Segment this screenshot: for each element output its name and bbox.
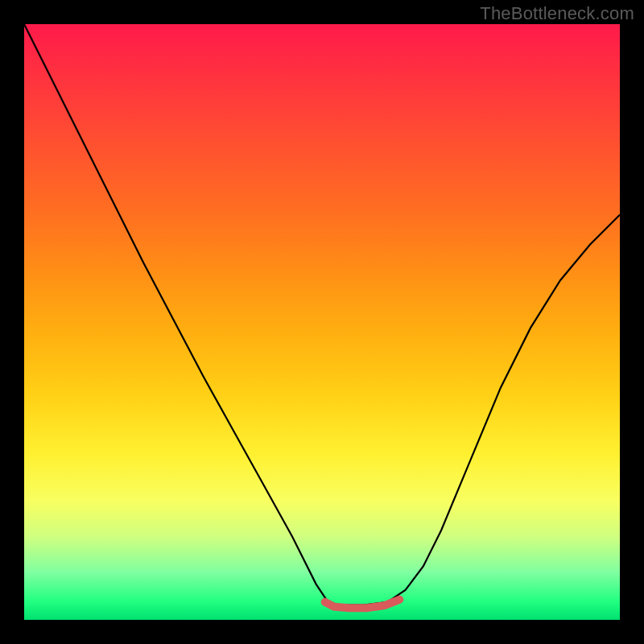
chart-area: [24, 24, 620, 620]
optimal-band: [325, 600, 400, 608]
watermark-text: TheBottleneck.com: [480, 3, 634, 24]
chart-svg: [24, 24, 620, 620]
bottleneck-curve: [24, 24, 620, 605]
